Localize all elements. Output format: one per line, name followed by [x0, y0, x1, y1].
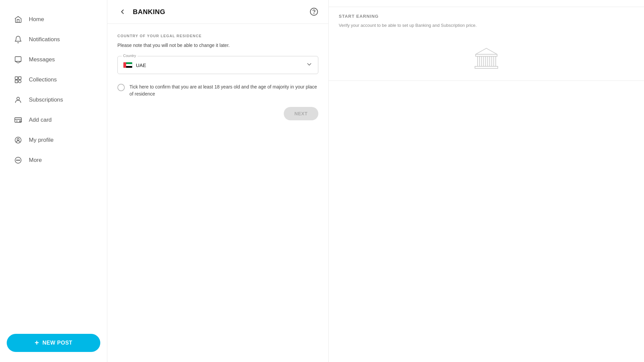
sidebar-item-my-profile[interactable]: My profile	[3, 131, 104, 149]
sidebar-item-collections[interactable]: Collections	[3, 70, 104, 89]
start-earning-desc: Verify your account to be able to set up…	[339, 22, 634, 29]
svg-point-4	[18, 80, 21, 83]
svg-rect-21	[482, 56, 484, 66]
sidebar-item-notifications-label: Notifications	[29, 36, 60, 43]
svg-point-13	[16, 160, 17, 161]
svg-point-5	[17, 97, 19, 100]
age-confirm-checkbox[interactable]	[117, 84, 125, 91]
bank-icon-container	[339, 39, 634, 80]
banking-header-left: BANKING	[117, 7, 165, 17]
svg-rect-2	[18, 77, 21, 79]
sidebar: Home Notifications Messages Collections	[0, 0, 107, 362]
sidebar-item-notifications[interactable]: Notifications	[3, 30, 104, 49]
svg-rect-25	[475, 66, 498, 68]
svg-marker-18	[476, 48, 497, 54]
svg-rect-23	[490, 56, 492, 66]
svg-point-15	[19, 160, 20, 161]
sidebar-item-messages[interactable]: Messages	[3, 50, 104, 69]
svg-point-16	[310, 8, 318, 15]
section-label: COUNTRY OF YOUR LEGAL RESIDENCE	[117, 34, 318, 38]
section-note: Please note that you will not be able to…	[117, 43, 318, 48]
banking-content: COUNTRY OF YOUR LEGAL RESIDENCE Please n…	[107, 24, 328, 362]
svg-point-14	[18, 160, 18, 161]
right-panel: START EARNING Verify your account to be …	[329, 0, 644, 362]
profile-icon	[13, 135, 23, 145]
bank-building-icon	[473, 46, 500, 74]
sidebar-item-more-label: More	[29, 157, 42, 164]
country-value: UAE	[123, 62, 146, 68]
bell-icon	[13, 35, 23, 44]
sidebar-item-home[interactable]: Home	[3, 10, 104, 29]
sidebar-item-messages-label: Messages	[29, 56, 55, 63]
new-post-label: NEW POST	[43, 340, 72, 346]
svg-rect-24	[494, 56, 496, 66]
chevron-down-icon	[306, 61, 313, 69]
next-button[interactable]: NEXT	[284, 107, 318, 120]
plus-icon: +	[35, 339, 39, 347]
uae-flag	[123, 62, 132, 68]
sidebar-item-my-profile-label: My profile	[29, 137, 54, 143]
help-button[interactable]	[310, 7, 318, 16]
sidebar-item-add-card-label: Add card	[29, 117, 52, 123]
age-confirm-text: Tick here to confirm that you are at lea…	[129, 83, 318, 98]
next-btn-row: NEXT	[117, 107, 318, 120]
sidebar-item-collections-label: Collections	[29, 76, 57, 83]
sidebar-item-home-label: Home	[29, 16, 44, 23]
svg-rect-20	[478, 56, 480, 66]
back-button[interactable]	[117, 7, 127, 17]
sidebar-item-add-card[interactable]: Add card	[3, 111, 104, 129]
country-name: UAE	[136, 62, 146, 68]
new-post-button[interactable]: + NEW POST	[7, 334, 100, 352]
svg-point-11	[17, 138, 19, 140]
sidebar-nav: Home Notifications Messages Collections	[0, 7, 107, 327]
banking-title: BANKING	[133, 8, 165, 16]
country-select[interactable]: Country UAE	[117, 56, 318, 74]
center-panel: BANKING COUNTRY OF YOUR LEGAL RESIDENCE …	[107, 0, 329, 362]
subscriptions-icon	[13, 95, 23, 105]
card-icon	[13, 115, 23, 125]
more-icon	[13, 156, 23, 165]
sidebar-item-subscriptions[interactable]: Subscriptions	[3, 90, 104, 109]
start-earning-title: START EARNING	[339, 14, 634, 19]
bottom-divider	[329, 80, 644, 81]
collections-icon	[13, 75, 23, 84]
top-divider	[329, 7, 644, 7]
main-area: BANKING COUNTRY OF YOUR LEGAL RESIDENCE …	[107, 0, 644, 362]
sidebar-item-subscriptions-label: Subscriptions	[29, 97, 63, 103]
home-icon	[13, 15, 23, 24]
svg-rect-1	[15, 77, 18, 79]
age-confirm-row: Tick here to confirm that you are at lea…	[117, 83, 318, 98]
svg-rect-3	[15, 80, 18, 83]
svg-point-10	[15, 137, 21, 143]
banking-header: BANKING	[107, 0, 328, 24]
sidebar-item-more[interactable]: More	[3, 151, 104, 170]
svg-rect-22	[486, 56, 488, 66]
country-label: Country	[122, 54, 138, 58]
message-icon	[13, 55, 23, 64]
svg-rect-0	[15, 57, 21, 61]
